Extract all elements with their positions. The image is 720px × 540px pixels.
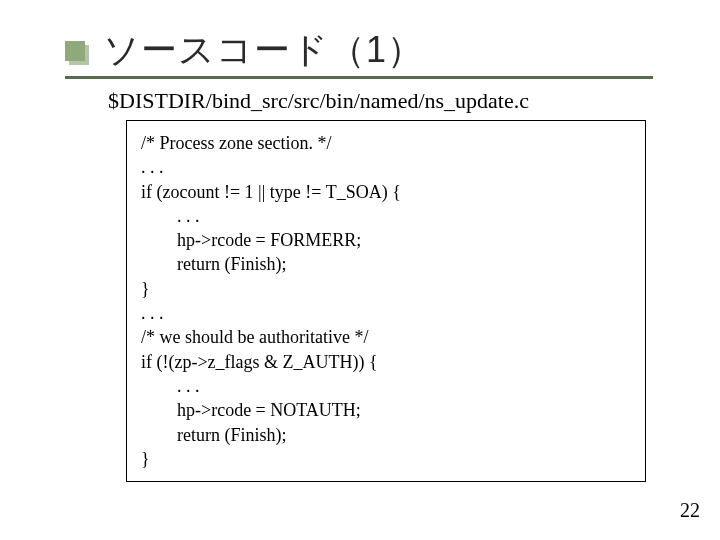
- page-number: 22: [680, 499, 700, 522]
- slide: ソースコード（1） $DISTDIR/bind_src/src/bin/name…: [0, 0, 720, 540]
- slide-title: ソースコード（1）: [103, 26, 424, 75]
- title-bullet-icon: [65, 41, 85, 61]
- source-file-path: $DISTDIR/bind_src/src/bin/named/ns_updat…: [108, 88, 529, 114]
- title-underline: [65, 76, 653, 79]
- code-listing-box: /* Process zone section. */ . . . if (zo…: [126, 120, 646, 482]
- code-listing: /* Process zone section. */ . . . if (zo…: [141, 131, 631, 471]
- title-row: ソースコード（1）: [65, 26, 424, 75]
